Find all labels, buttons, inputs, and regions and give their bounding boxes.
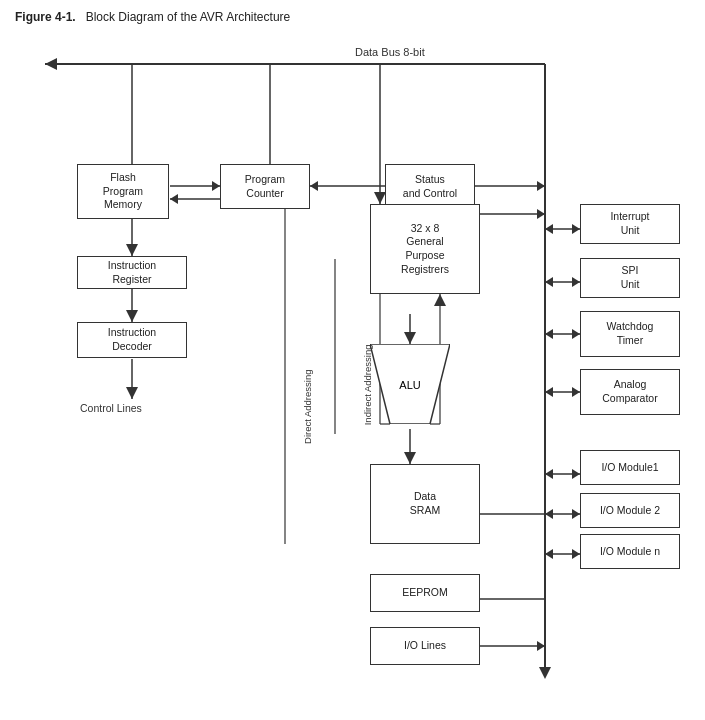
svg-marker-40 <box>572 387 580 397</box>
svg-text:ALU: ALU <box>399 379 420 391</box>
svg-marker-34 <box>572 277 580 287</box>
eeprom-label: EEPROM <box>402 586 448 600</box>
svg-marker-37 <box>572 329 580 339</box>
data-bus-label: Data Bus 8-bit <box>355 46 425 58</box>
io-lines-label: I/O Lines <box>404 639 446 653</box>
io-module1-label: I/O Module1 <box>601 461 658 475</box>
program-counter-label: ProgramCounter <box>245 173 285 200</box>
eeprom-box: EEPROM <box>370 574 480 612</box>
diagram-svg <box>15 34 690 694</box>
io-modulen-box: I/O Module n <box>580 534 680 569</box>
figure-label: Figure 4-1. <box>15 10 76 24</box>
data-sram-box: DataSRAM <box>370 464 480 544</box>
svg-marker-49 <box>572 549 580 559</box>
svg-marker-41 <box>545 387 553 397</box>
io-module2-label: I/O Module 2 <box>600 504 660 518</box>
indirect-addressing-label: Indirect Addressing <box>362 345 373 426</box>
watchdog-timer-box: WatchdogTimer <box>580 311 680 357</box>
svg-marker-38 <box>545 329 553 339</box>
general-purpose-registers-box: 32 x 8GeneralPurposeRegistrers <box>370 204 480 294</box>
svg-marker-44 <box>545 469 553 479</box>
interrupt-unit-label: InterruptUnit <box>610 210 649 237</box>
io-module1-box: I/O Module1 <box>580 450 680 485</box>
watchdog-timer-label: WatchdogTimer <box>607 320 654 347</box>
flash-label: FlashProgramMemory <box>103 171 143 212</box>
svg-marker-31 <box>572 224 580 234</box>
svg-marker-1 <box>45 58 57 70</box>
spi-unit-label: SPIUnit <box>621 264 640 291</box>
analog-comparator-label: AnalogComparator <box>602 378 657 405</box>
svg-marker-57 <box>537 641 545 651</box>
svg-marker-29 <box>404 452 416 464</box>
svg-marker-6 <box>212 181 220 191</box>
status-control-box: Statusand Control <box>385 164 475 209</box>
svg-marker-14 <box>126 387 138 399</box>
svg-marker-8 <box>170 194 178 204</box>
svg-marker-4 <box>539 667 551 679</box>
direct-addressing-label: Direct Addressing <box>302 370 313 444</box>
svg-marker-35 <box>545 277 553 287</box>
instruction-decoder-box: InstructionDecoder <box>77 322 187 358</box>
gpr-label: 32 x 8GeneralPurposeRegistrers <box>401 222 449 277</box>
io-lines-box: I/O Lines <box>370 627 480 665</box>
data-sram-label: DataSRAM <box>410 490 440 517</box>
svg-marker-47 <box>545 509 553 519</box>
instruction-register-box: InstructionRegister <box>77 256 187 289</box>
svg-marker-12 <box>126 310 138 322</box>
diagram-container: Data Bus 8-bit <box>15 34 690 694</box>
instruction-decoder-label: InstructionDecoder <box>108 326 156 353</box>
control-lines-label: Control Lines <box>80 402 142 414</box>
svg-marker-32 <box>545 224 553 234</box>
io-module2-box: I/O Module 2 <box>580 493 680 528</box>
interrupt-unit-box: InterruptUnit <box>580 204 680 244</box>
svg-marker-62 <box>434 294 446 306</box>
io-modulen-label: I/O Module n <box>600 545 660 559</box>
alu-shape: ALU <box>370 344 450 424</box>
svg-marker-23 <box>537 209 545 219</box>
svg-marker-17 <box>537 181 545 191</box>
spi-unit-box: SPIUnit <box>580 258 680 298</box>
instruction-register-label: InstructionRegister <box>108 259 156 286</box>
status-control-label: Statusand Control <box>403 173 457 200</box>
svg-marker-46 <box>572 509 580 519</box>
svg-marker-27 <box>404 332 416 344</box>
analog-comparator-box: AnalogComparator <box>580 369 680 415</box>
svg-marker-43 <box>572 469 580 479</box>
figure-caption: Block Diagram of the AVR Architecture <box>86 10 291 24</box>
svg-marker-10 <box>126 244 138 256</box>
figure-title: Figure 4-1. Block Diagram of the AVR Arc… <box>15 10 690 24</box>
svg-marker-20 <box>310 181 318 191</box>
program-counter-box: ProgramCounter <box>220 164 310 209</box>
flash-program-memory-box: FlashProgramMemory <box>77 164 169 219</box>
svg-marker-50 <box>545 549 553 559</box>
